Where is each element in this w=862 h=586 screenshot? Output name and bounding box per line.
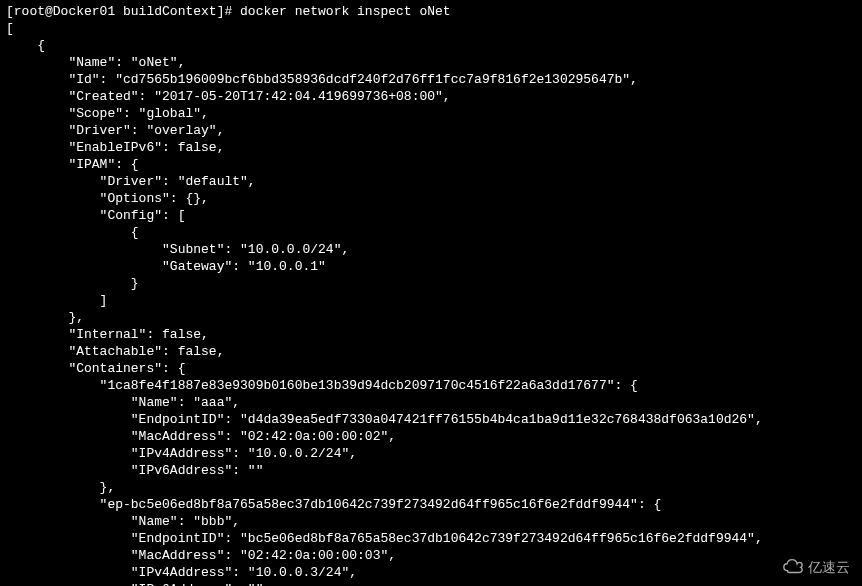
json-line: "1ca8fe4f1887e83e9309b0160be13b39d94dcb2… <box>6 377 856 394</box>
json-line: "ep-bc5e06ed8bf8a765a58ec37db10642c739f2… <box>6 496 856 513</box>
json-line: "IPv4Address": "10.0.0.3/24", <box>6 564 856 581</box>
json-line: [ <box>6 20 856 37</box>
json-line: }, <box>6 479 856 496</box>
json-line: "Options": {}, <box>6 190 856 207</box>
json-line: "EndpointID": "d4da39ea5edf7330a047421ff… <box>6 411 856 428</box>
json-line: "Subnet": "10.0.0.0/24", <box>6 241 856 258</box>
json-line: "IPv4Address": "10.0.0.2/24", <box>6 445 856 462</box>
terminal-output: [root@Docker01 buildContext]# docker net… <box>6 3 856 586</box>
json-line: "Driver": "overlay", <box>6 122 856 139</box>
json-output: [ { "Name": "oNet", "Id": "cd7565b196009… <box>6 20 856 586</box>
json-line: "EndpointID": "bc5e06ed8bf8a765a58ec37db… <box>6 530 856 547</box>
json-line: "Internal": false, <box>6 326 856 343</box>
json-line: }, <box>6 309 856 326</box>
json-line: "MacAddress": "02:42:0a:00:00:02", <box>6 428 856 445</box>
json-line: "Containers": { <box>6 360 856 377</box>
watermark: 亿速云 <box>782 556 850 578</box>
json-line: "Config": [ <box>6 207 856 224</box>
json-line: "Name": "oNet", <box>6 54 856 71</box>
json-line: "Driver": "default", <box>6 173 856 190</box>
json-line: "EnableIPv6": false, <box>6 139 856 156</box>
json-line: "Name": "bbb", <box>6 513 856 530</box>
json-line: "Attachable": false, <box>6 343 856 360</box>
json-line: "Created": "2017-05-20T17:42:04.41969973… <box>6 88 856 105</box>
command-prompt-line: [root@Docker01 buildContext]# docker net… <box>6 3 856 20</box>
watermark-text: 亿速云 <box>808 559 850 576</box>
json-line: "IPv6Address": "" <box>6 462 856 479</box>
json-line: "Scope": "global", <box>6 105 856 122</box>
json-line: "IPAM": { <box>6 156 856 173</box>
json-line: { <box>6 224 856 241</box>
json-line: "Gateway": "10.0.0.1" <box>6 258 856 275</box>
json-line: { <box>6 37 856 54</box>
json-line: ] <box>6 292 856 309</box>
json-line: } <box>6 275 856 292</box>
json-line: "Name": "aaa", <box>6 394 856 411</box>
json-line: "Id": "cd7565b196009bcf6bbd358936dcdf240… <box>6 71 856 88</box>
json-line: "IPv6Address": "" <box>6 581 856 586</box>
cloud-icon <box>782 556 804 578</box>
json-line: "MacAddress": "02:42:0a:00:00:03", <box>6 547 856 564</box>
